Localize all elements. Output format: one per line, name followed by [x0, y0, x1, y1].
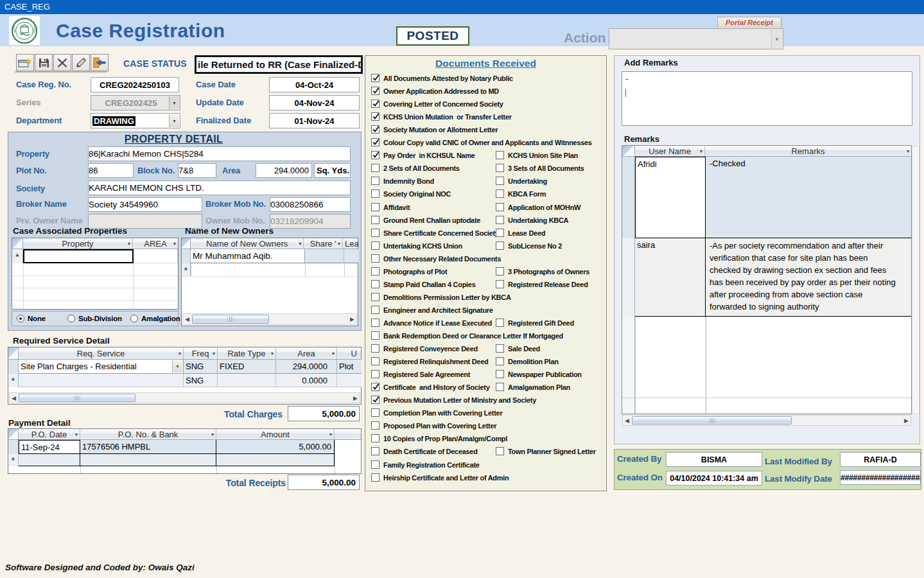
amount-cell[interactable]: 5,000.00 [216, 440, 335, 454]
radio-option-sub-division[interactable]: Sub-Division [67, 315, 122, 322]
column-header-freq[interactable]: Freq ▾ [184, 347, 218, 359]
doc-checkbox[interactable] [371, 254, 379, 263]
new-row-selector[interactable]: * [12, 249, 23, 263]
doc-checkbox[interactable] [371, 434, 379, 442]
owner-lease-cell[interactable] [344, 249, 358, 263]
doc-checkbox[interactable] [371, 319, 379, 327]
edit-button[interactable] [72, 54, 90, 71]
property-field[interactable]: 86|Karachi Memon CHS|5284 [88, 146, 351, 161]
new-row-selector[interactable]: * [8, 374, 19, 387]
column-header-req-service[interactable]: Req. Service ▾ [19, 347, 184, 359]
service-area-cell[interactable]: 294.0000 [276, 360, 337, 374]
filter-dropdown-icon[interactable]: ▾ [332, 351, 335, 356]
filter-dropdown-icon[interactable]: ▾ [128, 241, 130, 247]
po-date-cell[interactable]: 11-Sep-24 [19, 440, 80, 454]
save-button[interactable] [35, 54, 53, 71]
column-header-user-name[interactable]: User Name ▾ [635, 146, 705, 156]
doc-checkbox[interactable] [371, 370, 379, 378]
amount-cell[interactable] [216, 454, 335, 466]
filter-dropdown-icon[interactable]: ▾ [211, 432, 214, 437]
row-selector[interactable] [622, 238, 635, 317]
service-area-cell[interactable]: 0.0000 [276, 374, 337, 387]
doc-checkbox[interactable] [371, 151, 379, 159]
column-header-unit[interactable]: U [337, 347, 361, 359]
radio-icon[interactable] [130, 315, 138, 322]
remarks-hscrollbar[interactable]: ◀ ▶ [622, 415, 911, 426]
service-hscrollbar[interactable]: ◀ ▶ [9, 392, 360, 403]
doc-checkbox[interactable] [371, 421, 379, 430]
service-name-cell[interactable] [19, 374, 184, 387]
service-unit-cell[interactable] [337, 374, 362, 387]
doc-checkbox[interactable] [371, 331, 379, 340]
doc-checkbox[interactable] [496, 177, 504, 185]
filter-dropdown-icon[interactable]: ▾ [75, 432, 78, 437]
column-header-rate-type[interactable]: Rate Type ▾ [218, 347, 276, 359]
column-header-property[interactable]: Property ▾ [23, 238, 133, 249]
remarks-vscrollbar[interactable] [912, 146, 920, 414]
row-selector[interactable] [8, 360, 19, 374]
service-name-cell[interactable]: Site Plan Charges - Residential ▾ [19, 360, 184, 374]
row-selector[interactable] [622, 317, 635, 414]
finalized-date-field[interactable]: 01-Nov-24 [269, 113, 360, 128]
doc-checkbox[interactable] [496, 229, 504, 237]
doc-checkbox[interactable] [496, 280, 504, 288]
filter-dropdown-icon[interactable]: ▾ [179, 351, 181, 356]
doc-checkbox[interactable] [371, 125, 379, 134]
doc-checkbox[interactable] [496, 383, 504, 391]
society-field[interactable]: KARACHI MEMON CHS LTD. [88, 180, 351, 195]
column-header-lease[interactable]: Lea [343, 238, 358, 249]
block-no-field[interactable]: 7&8 [178, 163, 216, 178]
exit-button[interactable] [91, 54, 109, 71]
add-remarks-textarea[interactable]: - [622, 71, 912, 126]
doc-checkbox[interactable] [371, 408, 379, 417]
po-date-cell[interactable] [19, 454, 80, 466]
case-date-field[interactable]: 04-Oct-24 [269, 77, 360, 92]
doc-checkbox[interactable] [496, 203, 504, 211]
filter-dropdown-icon[interactable]: ▾ [213, 351, 215, 356]
doc-checkbox[interactable] [496, 189, 504, 198]
doc-checkbox[interactable] [371, 74, 379, 82]
filter-dropdown-icon[interactable]: ▾ [700, 148, 702, 154]
grid-select-all-corner[interactable] [8, 429, 19, 439]
portal-receipt-button[interactable]: Portal Receipt [717, 17, 781, 29]
area-field[interactable]: 294.0000 [256, 163, 312, 178]
column-header-amount[interactable]: Amount ▾ [216, 429, 335, 439]
po-no-bank-cell[interactable]: 17576506 HMPBL [80, 440, 216, 454]
radio-selected-icon[interactable] [17, 315, 24, 322]
filter-dropdown-icon[interactable]: ▾ [338, 241, 340, 247]
new-row-selector[interactable]: * [8, 454, 19, 466]
filter-dropdown-icon[interactable]: ▾ [299, 241, 301, 247]
grid-select-all-corner[interactable] [622, 146, 635, 156]
column-header-po-no-bank[interactable]: P.O. No. & Bank ▾ [80, 429, 216, 439]
doc-checkbox[interactable] [371, 177, 379, 185]
filter-dropdown-icon[interactable]: ▾ [271, 351, 274, 356]
new-row-selector[interactable]: * [182, 263, 191, 276]
radio-icon[interactable] [67, 315, 75, 322]
doc-checkbox[interactable] [496, 151, 504, 159]
chevron-down-icon[interactable]: ▾ [169, 114, 179, 127]
scroll-left-icon[interactable]: ◀ [10, 393, 18, 403]
doc-checkbox[interactable] [371, 396, 379, 404]
new-owners-hscrollbar[interactable]: ◀ ▶ [182, 313, 357, 325]
scroll-right-icon[interactable]: ▶ [348, 314, 356, 324]
scrollbar-thumb[interactable] [632, 416, 792, 425]
row-selector[interactable] [182, 249, 191, 263]
doc-checkbox[interactable] [496, 344, 504, 353]
scroll-right-icon[interactable]: ▶ [351, 393, 360, 403]
service-freq-cell[interactable]: SNG [184, 374, 218, 387]
doc-checkbox[interactable] [371, 267, 379, 276]
case-status-field[interactable]: ile Returned to RR (Case Finalized-D [195, 55, 363, 74]
doc-checkbox[interactable] [496, 370, 504, 378]
grid-select-all-corner[interactable] [12, 238, 23, 249]
doc-checkbox[interactable] [371, 447, 379, 455]
doc-checkbox[interactable] [496, 267, 504, 276]
doc-checkbox[interactable] [371, 473, 379, 482]
row-selector[interactable] [622, 157, 635, 238]
owner-share-cell[interactable] [305, 249, 344, 263]
service-rate-type-cell[interactable]: FIXED [218, 360, 276, 374]
action-combobox[interactable]: ▾ [609, 28, 783, 49]
service-freq-cell[interactable]: SNG [184, 360, 218, 374]
associated-property-cell[interactable] [23, 249, 134, 263]
po-no-bank-cell[interactable] [80, 454, 216, 466]
doc-checkbox[interactable] [371, 306, 379, 314]
